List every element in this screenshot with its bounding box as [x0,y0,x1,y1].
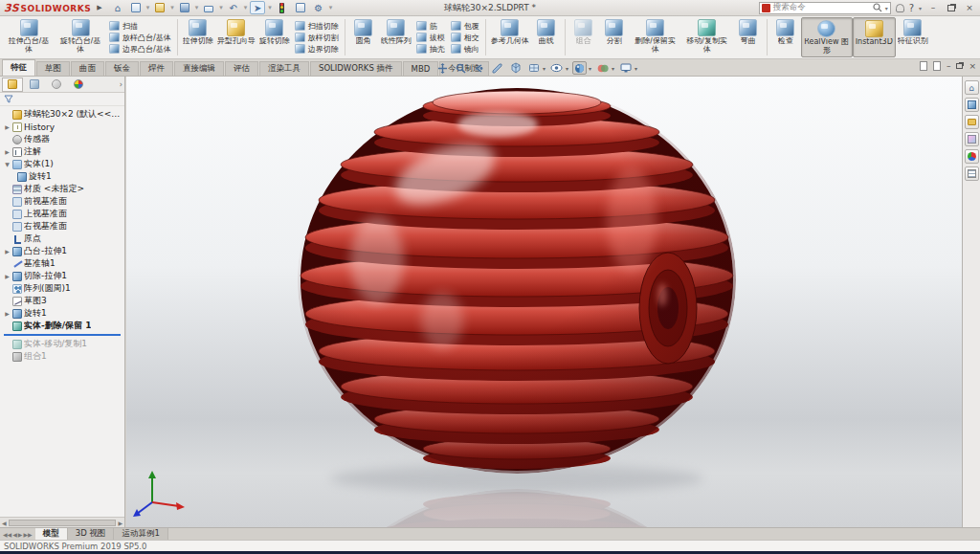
tree-filter-row[interactable] [0,93,124,106]
ribbon-feature-recognition-button[interactable]: 特征识别 [896,17,930,57]
solidworks-resources-icon[interactable]: ⌂ [965,80,979,95]
apply-scene-caret[interactable]: ▾ [612,65,614,72]
ribbon-boundary-cut-button[interactable]: 边界切除 [295,44,339,55]
edit-appearance-icon[interactable] [572,61,587,75]
ribbon-move-copy-body-button[interactable]: 移动/复制实体 [681,17,733,57]
ribbon-fillet-button[interactable]: 圆角 [348,17,379,57]
view-palette-icon[interactable] [965,132,979,146]
tab-feature-manager[interactable] [2,78,23,92]
rebuild-traffic-light-icon[interactable] [275,1,290,14]
scroll-next-icon[interactable]: ▶ [18,531,23,538]
tab-mbd[interactable]: MBD [403,61,439,76]
graphics-viewport[interactable] [126,77,962,527]
tab-sheet-metal[interactable]: 钣金 [105,61,139,76]
view-settings-caret[interactable]: ▾ [635,65,637,72]
zoom-to-fit-icon[interactable] [435,61,450,75]
tab-3d-views[interactable]: 3D 视图 [68,528,115,540]
scrollbar-thumb[interactable] [9,520,117,526]
search-dropdown-caret[interactable]: ▾ [885,5,888,11]
doc-minimize-button[interactable]: – [947,61,951,71]
view-orientation-icon[interactable] [508,61,523,75]
section-view-icon[interactable] [490,61,504,75]
ribbon-wrap-button[interactable]: 包覆 [451,21,479,32]
select-cursor-icon[interactable]: ➤ [250,1,265,14]
login-user-icon[interactable] [896,4,904,12]
ribbon-instant3d-toggle[interactable]: Instant3D [853,17,896,57]
ribbon-boundary-boss-button[interactable]: 边界凸台/基体 [109,44,171,55]
print-icon[interactable] [201,1,216,14]
close-button[interactable]: × [963,2,976,13]
tab-motion-study1[interactable]: 运动算例1 [114,528,167,540]
tree-item-cut-extrude1[interactable]: ▶切除-拉伸1 [2,270,124,282]
save-icon[interactable] [177,1,192,14]
ribbon-hole-wizard-button[interactable]: 异型孔向导 [215,17,257,57]
tree-item-sensors[interactable]: 传感器 [2,133,124,145]
tree-item-sketch3[interactable]: 草图3 [2,295,124,307]
ribbon-extruded-cut-button[interactable]: 拉伸切除 [181,17,215,57]
search-icon[interactable] [873,3,882,12]
tab-weldments[interactable]: 焊件 [140,61,173,76]
ribbon-revolved-boss-button[interactable]: 旋转凸台/基体 [55,17,106,57]
ribbon-lofted-boss-button[interactable]: 放样凸台/基体 [109,33,171,43]
open-icon[interactable] [152,1,167,14]
tree-item-revolve1-feature[interactable]: ▶旋转1 [2,307,124,320]
scroll-prev-icon[interactable]: ◀ [12,531,17,538]
tab-features[interactable]: 特征 [2,59,35,76]
tree-item-combine1[interactable]: 组合1 [2,350,124,363]
tree-item-body-revolve1[interactable]: 旋转1 [2,170,124,183]
doc-restore-button[interactable] [956,61,963,71]
tree-item-origin[interactable]: 原点 [2,233,124,245]
undo-icon[interactable]: ↶ [226,1,241,14]
file-properties-icon[interactable] [293,1,308,14]
tab-solidworks-addins[interactable]: SOLIDWORKS 插件 [310,61,402,76]
tree-item-body-delete-keep1[interactable]: 实体-删除/保留 1 [2,320,124,332]
tab-display-manager[interactable] [68,78,89,92]
doc-close-button[interactable]: × [969,61,976,71]
help-button[interactable]: ? [909,3,914,13]
ribbon-swept-cut-button[interactable]: 扫描切除 [295,21,339,32]
ribbon-draft-button[interactable]: 拔模 [416,33,445,43]
ribbon-check-button[interactable]: 检查 [770,17,801,57]
restore-button[interactable] [945,2,958,13]
scroll-first-icon[interactable]: ◀◀ [3,531,11,538]
ribbon-combine-button[interactable]: 组合 [568,17,599,57]
ribbon-shell-button[interactable]: 抽壳 [416,44,445,55]
dropdown-caret[interactable]: ▾ [219,4,223,11]
dropdown-caret[interactable]: ▾ [268,4,272,11]
tree-item-circular-pattern1[interactable]: 阵列(圆周)1 [2,282,124,295]
tree-root-node[interactable]: 球蜗轮30×2 (默认<<默认>_显示状态 1 [2,108,124,121]
ribbon-revolved-cut-button[interactable]: 旋转切除 [257,17,292,57]
tab-configuration-manager[interactable] [46,78,67,92]
ribbon-mirror-button[interactable]: 镜向 [451,44,479,55]
command-search-input[interactable]: 搜索命令 ▾ [759,2,891,14]
previous-view-icon[interactable] [472,61,486,75]
tab-render-tools[interactable]: 渲染工具 [259,61,309,76]
tree-horizontal-scrollbar[interactable]: ◀ ▶ [0,517,124,527]
tree-item-annotations[interactable]: ▶注解 [2,145,124,158]
file-explorer-icon[interactable] [965,115,979,129]
appearances-scenes-icon[interactable] [965,149,979,164]
tree-item-front-plane[interactable]: 前视基准面 [2,195,124,208]
tabs-overflow-arrow[interactable]: › [120,80,122,89]
tab-surfaces[interactable]: 曲面 [71,61,104,76]
tree-item-body-move-copy1[interactable]: 实体-移动/复制1 [2,338,124,350]
ribbon-lofted-cut-button[interactable]: 放样切割 [295,33,339,43]
tree-item-history[interactable]: ▶History [2,121,124,133]
minimize-button[interactable]: – [926,2,940,13]
tab-model[interactable]: 模型 [35,528,68,540]
scroll-left-arrow[interactable]: ◀ [2,520,7,526]
ribbon-linear-pattern-button[interactable]: 线性阵列 [379,17,413,57]
custom-properties-icon[interactable] [965,166,979,181]
ribbon-curves-button[interactable]: 曲线 [531,17,562,57]
home-icon[interactable]: ⌂ [110,1,125,14]
ribbon-extruded-boss-button[interactable]: 拉伸凸台/基体 [3,17,55,57]
dropdown-caret[interactable]: ▾ [170,4,174,11]
tree-item-right-plane[interactable]: 右视基准面 [2,220,124,233]
tab-evaluate[interactable]: 评估 [225,61,258,76]
tree-item-axis1[interactable]: 基准轴1 [2,257,124,270]
new-document-icon[interactable] [128,1,144,14]
doc-thumbnail-icon[interactable] [933,61,941,71]
zoom-to-area-icon[interactable] [454,61,468,75]
dropdown-caret[interactable]: ▾ [146,4,150,11]
scroll-last-icon[interactable]: ▶▶ [23,531,32,538]
